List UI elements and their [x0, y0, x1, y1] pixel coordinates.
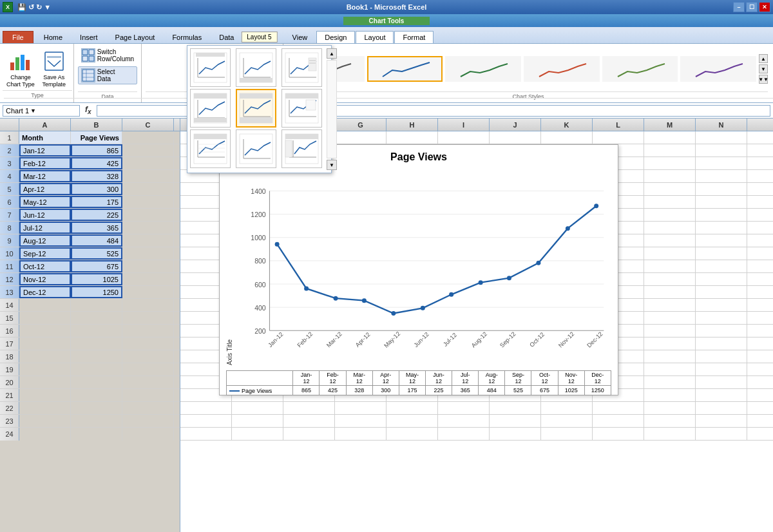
right-cell[interactable]	[644, 337, 696, 350]
right-cell[interactable]	[438, 402, 490, 414]
layout-item-6[interactable]	[282, 89, 322, 128]
tab-page-layout[interactable]: Page Layout	[107, 31, 164, 43]
right-cell[interactable]	[696, 131, 747, 144]
cell-c[interactable]	[122, 312, 174, 324]
right-cell[interactable]	[541, 402, 593, 414]
cell-a[interactable]	[19, 363, 71, 375]
right-cell[interactable]	[644, 286, 696, 298]
col-header-c[interactable]: C	[122, 119, 174, 131]
layout-item-5[interactable]	[236, 89, 276, 128]
cell-b[interactable]: 225	[71, 209, 122, 221]
cell-a[interactable]: Month	[19, 131, 71, 144]
cell-a[interactable]	[19, 402, 71, 414]
save-as-template-btn[interactable]: Save AsTemplate	[39, 46, 70, 90]
right-cell[interactable]	[232, 428, 283, 440]
cell-c[interactable]	[122, 415, 174, 427]
cell-c[interactable]	[122, 273, 174, 285]
cell-b[interactable]: 525	[71, 247, 122, 260]
cell-a[interactable]: Apr-12	[19, 183, 71, 195]
layout-item-2[interactable]	[236, 48, 276, 87]
cell-a[interactable]: Jan-12	[19, 144, 71, 157]
cell-c[interactable]	[122, 402, 174, 414]
cell-a[interactable]: Mar-12	[19, 170, 71, 182]
right-cell[interactable]	[644, 325, 696, 337]
cell-b[interactable]	[71, 350, 122, 363]
cell-b[interactable]: 175	[71, 196, 122, 208]
chart-style-4[interactable]	[524, 56, 600, 82]
right-cell[interactable]	[696, 312, 747, 324]
cell-c[interactable]	[122, 337, 174, 350]
right-cell[interactable]	[644, 131, 696, 144]
right-cell[interactable]	[644, 299, 696, 311]
right-cell[interactable]	[644, 389, 696, 401]
right-cell[interactable]	[696, 209, 747, 221]
right-cell[interactable]	[541, 131, 593, 144]
right-cell[interactable]	[644, 415, 696, 427]
cell-a[interactable]	[19, 428, 71, 441]
cell-b[interactable]	[71, 363, 122, 375]
cell-c[interactable]	[122, 131, 174, 144]
tab-view[interactable]: View	[284, 31, 316, 43]
cell-b[interactable]: 1250	[71, 286, 122, 298]
cell-c[interactable]	[122, 325, 174, 337]
tab-insert[interactable]: Insert	[72, 31, 106, 43]
layout-item-9[interactable]	[282, 129, 322, 168]
right-cell[interactable]	[438, 131, 490, 144]
right-cell[interactable]	[644, 273, 696, 285]
right-cell[interactable]	[438, 428, 490, 440]
minimize-btn[interactable]: –	[733, 2, 745, 12]
right-col-header-j[interactable]: J	[490, 119, 541, 131]
cell-b[interactable]: 484	[71, 234, 122, 247]
cell-b[interactable]: 865	[71, 144, 122, 157]
right-cell[interactable]	[696, 363, 747, 375]
right-cell[interactable]	[696, 415, 747, 427]
right-cell[interactable]	[283, 415, 335, 427]
maximize-btn[interactable]: ☐	[746, 2, 758, 12]
cell-b[interactable]: 425	[71, 157, 122, 169]
cell-a[interactable]	[19, 337, 71, 350]
cell-b[interactable]: 675	[71, 260, 122, 272]
right-col-header-h[interactable]: H	[386, 119, 438, 131]
cell-c[interactable]	[122, 234, 174, 247]
cell-b[interactable]: Page Views	[71, 131, 122, 144]
cell-c[interactable]	[122, 428, 174, 441]
right-cell[interactable]	[180, 402, 232, 414]
right-cell[interactable]	[541, 415, 593, 427]
cell-c[interactable]	[122, 157, 174, 169]
cell-c[interactable]	[122, 247, 174, 260]
right-cell[interactable]	[593, 428, 644, 440]
chart-style-6[interactable]	[680, 56, 756, 82]
chart-style-3[interactable]	[445, 56, 521, 82]
right-cell[interactable]	[644, 363, 696, 375]
cell-b[interactable]	[71, 428, 122, 441]
right-cell[interactable]	[283, 428, 335, 440]
right-cell[interactable]	[644, 247, 696, 260]
cell-a[interactable]: May-12	[19, 196, 71, 208]
cell-c[interactable]	[122, 183, 174, 195]
layout-item-8[interactable]	[236, 129, 276, 168]
cell-c[interactable]	[122, 363, 174, 375]
tab-file[interactable]: File	[3, 31, 33, 43]
right-cell[interactable]	[644, 428, 696, 440]
cell-b[interactable]	[71, 376, 122, 388]
right-col-header-k[interactable]: K	[541, 119, 593, 131]
styles-scroll-down[interactable]: ▼	[759, 64, 768, 73]
right-cell[interactable]	[696, 299, 747, 311]
right-cell[interactable]	[490, 402, 541, 414]
right-cell[interactable]	[644, 183, 696, 195]
cell-b[interactable]: 1025	[71, 273, 122, 285]
right-cell[interactable]	[696, 196, 747, 208]
styles-scroll-up[interactable]: ▲	[759, 54, 768, 63]
cell-b[interactable]	[71, 299, 122, 311]
cell-a[interactable]	[19, 299, 71, 311]
change-chart-type-btn[interactable]: ChangeChart Type	[4, 46, 37, 90]
right-cell[interactable]	[696, 325, 747, 337]
cell-a[interactable]: Oct-12	[19, 260, 71, 272]
right-cell[interactable]	[644, 157, 696, 169]
close-btn[interactable]: ✕	[759, 2, 770, 12]
name-box[interactable]: Chart 1 ▼	[3, 105, 80, 117]
cell-a[interactable]: Jun-12	[19, 209, 71, 221]
cell-a[interactable]	[19, 350, 71, 363]
right-col-header-n[interactable]: N	[696, 119, 747, 131]
right-cell[interactable]	[696, 144, 747, 157]
